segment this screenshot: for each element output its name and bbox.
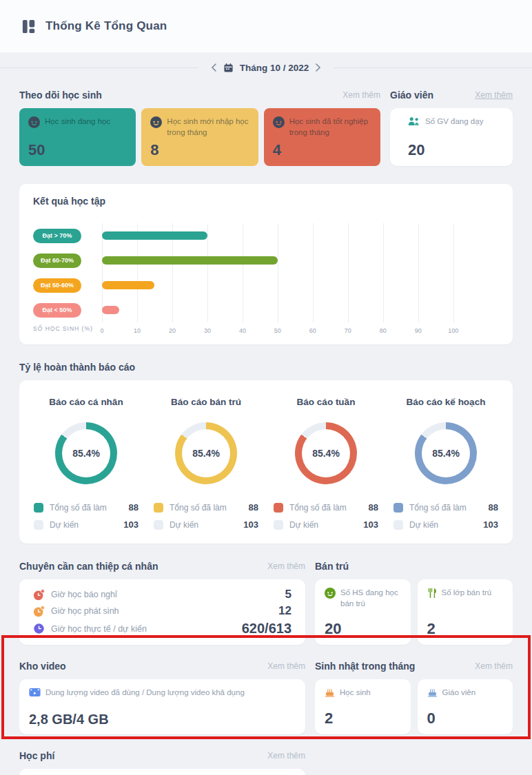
chart-bar [102,306,119,314]
report-title: Báo cáo kế hoạch [407,397,486,407]
stat-value: 2 [325,711,401,726]
tick-label: 60 [309,327,316,334]
chevron-right-icon [315,63,321,72]
donut-chart: 85.4% [55,422,117,484]
chevron-left-icon [211,63,217,72]
legend-value: 103 [363,519,378,530]
legend-swatch-done [274,503,283,513]
legend-value: 103 [243,519,258,530]
stat-label: Giáo viên [442,688,476,699]
legend-label: Dự kiến [409,520,438,530]
month-label[interactable]: Tháng 10 / 2022 [240,63,309,73]
legend-value: 88 [489,502,498,513]
tick-label: 40 [239,327,246,334]
see-more-teachers-link[interactable]: Xem thêm [475,90,513,100]
teachers-group-icon [408,116,420,126]
card-teachers-count: Số GV đang dạy 20 [390,108,513,166]
legend-swatch-expected [34,520,43,530]
report-title: Báo cáo tuần [297,397,356,407]
stat-value: 2 [427,621,504,637]
clock-badge-icon [33,606,45,617]
chart-legend-pill: Đạt < 50% [33,303,81,318]
stat-label: Số HS đang học bán trú [340,588,401,609]
next-month-button[interactable] [315,63,321,72]
see-more-students-link[interactable]: Xem thêm [342,90,380,100]
donut-percent: 85.4% [422,429,470,477]
section-title-results: Kết quả học tập [33,196,499,207]
see-more-attendance-link[interactable]: Xem thêm [267,561,305,571]
tick-label: 90 [415,327,422,334]
legend-value: 88 [129,502,139,513]
legend-label: Tổng số đã làm [409,503,467,513]
chart-bar [102,281,154,289]
section-title-video: Kho video [19,661,66,672]
results-chart-panel: Kết quả học tập Đạt > 70% Đạt 60-70% Đạt… [19,184,513,344]
legend-swatch-done [393,503,403,513]
donut-chart: 85.4% [415,422,477,484]
stat-label: Số lớp bán trú [442,588,492,599]
reports-panel: Báo cáo cá nhân 85.4% Tổng số đã làm88 D… [19,380,513,544]
section-title-attendance: Chuyên cần can thiệp cá nhân [19,561,158,572]
donut-percent: 85.4% [182,429,230,477]
card-students-active: Học sinh đang học 50 [19,108,136,166]
tick-label: 10 [134,327,141,334]
section-title-reports: Tỷ lệ hoàn thành báo cáo [19,362,135,373]
donut-chart: 85.4% [175,422,237,484]
tick-label: 0 [100,327,103,334]
stat-value: 20 [325,621,401,637]
report-title: Báo cáo bán trú [171,397,241,407]
section-title-boarding: Bán trú [315,561,349,572]
tick-label: 30 [204,327,211,334]
stat-value: 20 [400,143,503,158]
legend-value: 88 [249,502,258,513]
section-title-birthday: Sinh nhật trong tháng [315,661,415,672]
chart-bar [102,231,207,240]
legend-label: Dự kiến [170,520,198,530]
student-face-icon [325,588,336,599]
chart-legend-pill: Đạt > 70% [33,229,81,243]
stat-value: 4 [273,143,371,158]
card-boarding-classes: Số lớp bán trú 2 [418,579,513,645]
student-face-icon [273,116,285,128]
stat-value: 0 [427,711,504,726]
report-col-personal: Báo cáo cá nhân 85.4% Tổng số đã làm88 D… [26,397,146,530]
tick-label: 80 [380,327,387,334]
card-birthday-teachers: Giáo viên 0 [418,679,513,734]
chart-bar [102,256,278,265]
donut-percent: 85.4% [62,429,110,477]
tick-label: 20 [169,327,176,334]
video-film-icon [29,688,41,697]
section-title-tuition: Học phí [19,750,54,761]
prev-month-button[interactable] [211,63,217,72]
app-header: Thống Kê Tổng Quan [0,0,532,52]
chart-legend-pill: Đạt 60-70% [33,254,81,268]
stat-value: 2,8 GB/4 GB [29,712,296,726]
chart-legend-pill: Đạt 50-60% [33,278,81,293]
see-more-video-link[interactable]: Xem thêm [267,661,305,671]
tick-label: 50 [274,327,281,334]
see-more-birthday-link[interactable]: Xem thêm [475,661,513,671]
attendance-value: 620/613 [242,621,291,637]
see-more-tuition-link[interactable]: Xem thêm [267,751,305,761]
cake-icon [427,688,438,697]
card-students-graduated: Học sinh đã tốt nghiệp trong tháng 4 [264,108,380,166]
stat-label: Học sinh đang học [45,116,110,127]
attendance-label: Giờ học thực tế / dự kiến [51,624,147,634]
stat-value: 8 [150,143,249,158]
bar-chart: Đạt > 70% Đạt 60-70% Đạt 50-60% Đạt < 50… [33,223,499,335]
card-birthday-students: Học sinh 2 [315,679,411,734]
legend-value: 103 [123,519,139,530]
calendar-icon [223,63,234,73]
legend-label: Tổng số đã làm [50,503,107,513]
card-students-new: Học sinh mới nhập học trong tháng 8 [141,108,258,166]
legend-swatch-done [34,503,43,513]
app-logo-icon [21,18,38,35]
card-video-storage: Dung lượng video đã dùng / Dung lượng vi… [19,679,305,734]
x-axis-ticks: 0102030405060708090100 [102,322,499,335]
clock-icon [33,623,45,634]
section-title-students: Theo dõi học sinh [19,90,102,101]
stat-label: Học sinh [340,688,371,699]
attendance-value: 5 [285,588,291,601]
legend-label: Tổng số đã làm [170,503,227,513]
stat-label: Học sinh mới nhập học trong tháng [167,116,249,138]
